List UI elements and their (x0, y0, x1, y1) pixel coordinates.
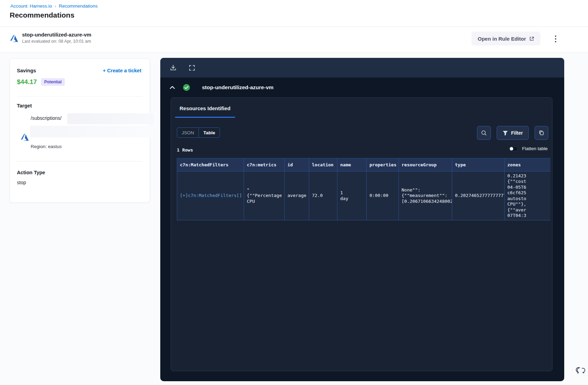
col-header: name (337, 158, 367, 171)
create-ticket-link[interactable]: + Create a ticket (103, 68, 141, 73)
divider (17, 161, 143, 162)
chat-bubbles-icon[interactable] (575, 364, 586, 375)
cell-resource-group: None"": {""measurement"": [0.20671066342… (399, 171, 452, 220)
col-header: c7n:metrics (244, 158, 285, 171)
col-header: location (309, 158, 337, 171)
search-button[interactable] (477, 126, 491, 140)
open-in-rule-editor-label: Open in Rule Editor (478, 36, 526, 42)
col-header: id (285, 158, 309, 171)
savings-amount: $44.17 (17, 78, 37, 86)
view-toggle-json[interactable]: JSON (177, 128, 199, 137)
col-header: resourceGroup (399, 158, 452, 171)
tab-resources-identified[interactable]: Resources Identified (175, 105, 235, 118)
azure-logo-icon (20, 133, 29, 142)
flatten-table-label: Flatten table (522, 146, 548, 151)
breadcrumb: Account: Harness.io › Recommendations (10, 3, 98, 9)
panel-rule-title: stop-underutilized-azure-vm (202, 84, 274, 91)
collapse-chevron-button[interactable] (170, 86, 175, 89)
results-panel: stop-underutilized-azure-vm Resources Id… (160, 58, 564, 381)
kebab-menu-icon[interactable] (551, 34, 560, 44)
action-type-value: stop (17, 180, 26, 185)
resources-card: Resources Identified JSON Table Filter (171, 97, 552, 371)
rule-name: stop-underutilized-azure-vm (22, 32, 91, 38)
view-toggle: JSON Table (177, 127, 220, 138)
search-icon (481, 130, 487, 136)
resources-table-wrap: c7n:MatchedFilters c7n:metrics id locati… (177, 158, 550, 220)
table-header-row: c7n:MatchedFilters c7n:metrics id locati… (177, 158, 551, 171)
target-label: Target (17, 103, 32, 108)
fullscreen-icon (189, 64, 195, 71)
open-in-rule-editor-button[interactable]: Open in Rule Editor (472, 32, 540, 45)
potential-badge: Potential (41, 78, 65, 86)
panel-toolbar (160, 58, 564, 77)
breadcrumb-account-link[interactable]: Account: Harness.io (10, 3, 52, 9)
fullscreen-button[interactable] (189, 64, 195, 71)
download-icon (170, 64, 177, 71)
col-header: type (452, 158, 505, 171)
flatten-table-toggle[interactable] (509, 146, 518, 151)
flatten-table-control: Flatten table (509, 146, 548, 151)
col-header: properties (367, 158, 399, 171)
rows-count: 1 Rows (177, 147, 193, 153)
matched-filters-expand-link[interactable]: [+]c7n:MatchedFilters[] (180, 193, 242, 198)
savings-label: Savings (17, 68, 36, 73)
resources-table: c7n:MatchedFilters c7n:metrics id locati… (177, 158, 550, 220)
redacted-target-value (30, 126, 154, 137)
rule-last-evaluated: Last evaluated on: 08 Apr, 10:01 am (22, 39, 91, 44)
filter-button[interactable]: Filter (497, 126, 529, 140)
divider (17, 96, 143, 96)
external-link-icon (529, 36, 534, 41)
chevron-up-icon (170, 86, 175, 89)
breadcrumb-recommendations-link[interactable]: Recommendations (59, 3, 98, 9)
table-row: [+]c7n:MatchedFilters[] " {""Percentage … (177, 171, 551, 220)
copy-button[interactable] (535, 126, 548, 140)
col-header: c7n:MatchedFilters (177, 158, 244, 171)
breadcrumb-separator: › (55, 4, 56, 9)
target-path: /subscriptions/ (31, 115, 61, 121)
view-toggle-table[interactable]: Table (199, 128, 220, 137)
rule-header: stop-underutilized-azure-vm Last evaluat… (0, 27, 588, 52)
col-header: zones (505, 158, 551, 171)
check-circle-icon (183, 84, 190, 91)
cell-location: 72.0 (309, 171, 337, 220)
page-title: Recommendations (10, 11, 74, 19)
savings-card: Savings + Create a ticket $44.17 Potenti… (10, 59, 150, 202)
cell-type: 0.20274652777777777 (452, 171, 505, 220)
azure-logo-icon (10, 34, 19, 43)
action-type-label: Action Type (17, 170, 45, 175)
copy-icon (538, 130, 545, 136)
filter-label: Filter (511, 130, 523, 136)
cell-metrics: " {""Percentage CPU (244, 171, 285, 220)
cell-id: average (285, 171, 309, 220)
redacted-target-value (67, 113, 154, 124)
cell-name: 1 day (337, 171, 367, 220)
cell-zones: 0.21423 {""cost 04-05T6 c6cf625 autosto … (505, 171, 551, 220)
target-region: Region: eastus (31, 144, 62, 149)
cell-matched-filters: [+]c7n:MatchedFilters[] (177, 171, 244, 220)
rule-collapse-row: stop-underutilized-azure-vm (160, 77, 564, 97)
cell-properties: 0:00:00 (367, 171, 399, 220)
filter-funnel-icon (503, 131, 508, 136)
download-button[interactable] (170, 64, 177, 71)
